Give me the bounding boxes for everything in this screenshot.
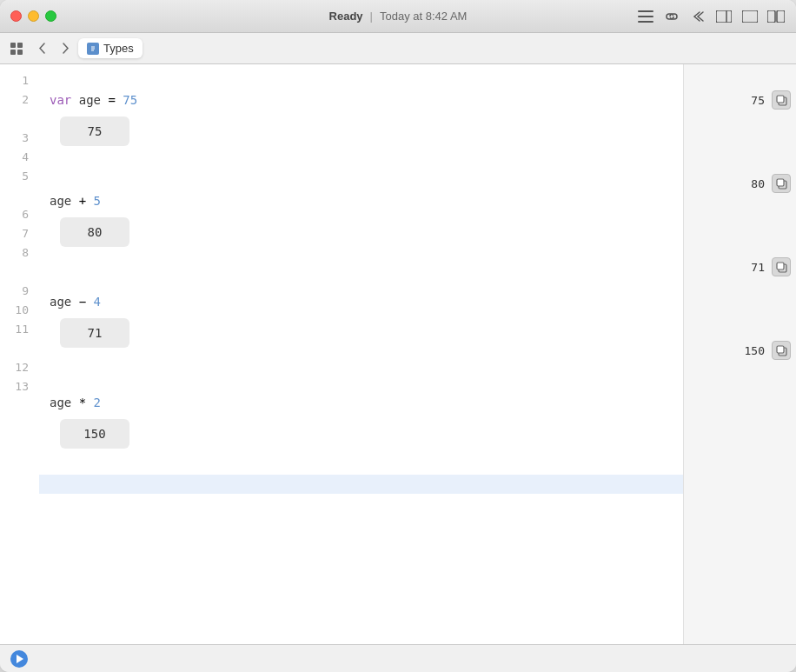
rp-bubble-3	[684, 276, 796, 303]
operator-multiply: *	[79, 393, 86, 412]
line-num-5: 5	[0, 167, 29, 186]
line-num-11: 11	[0, 320, 29, 339]
grid-view-button[interactable]	[7, 39, 26, 58]
svg-rect-10	[10, 50, 16, 55]
lines-icon[interactable]	[636, 7, 655, 26]
svg-rect-19	[777, 179, 784, 186]
run-icon	[17, 655, 23, 663]
line-num-12: 12	[0, 358, 29, 377]
svg-rect-2	[638, 21, 653, 23]
svg-rect-1	[638, 16, 653, 17]
code-line-10	[39, 374, 683, 393]
result-value-80: 80	[751, 177, 765, 190]
rp-line-6	[684, 219, 796, 238]
bubble-row-1: 75	[39, 110, 683, 153]
svg-rect-7	[777, 10, 785, 23]
rp-line-3	[684, 136, 796, 155]
tab-label: Types	[103, 42, 134, 55]
result-bubble-150: 150	[60, 419, 129, 449]
minimize-button[interactable]	[28, 10, 39, 22]
code-content[interactable]: var age = 75 75 age + 5 80	[39, 64, 683, 644]
rp-bubble-1	[684, 110, 796, 136]
value-2: 2	[94, 393, 101, 412]
line-num-6: 6	[0, 205, 29, 224]
close-button[interactable]	[10, 10, 22, 22]
line-num-10: 10	[0, 301, 29, 320]
copy-button-2[interactable]	[772, 174, 791, 193]
ready-status: Ready	[329, 10, 363, 23]
code-line-5: age + 5	[39, 191, 683, 210]
titlebar-time: Today at 8:42 AM	[380, 10, 467, 23]
result-value-75: 75	[751, 94, 765, 107]
code-line-1	[39, 71, 683, 90]
back-icon[interactable]	[688, 7, 707, 26]
main-area: 1 2 3 4 5 6 7 8 9 10 11 12 13	[0, 64, 796, 644]
line-num-bubble-3	[0, 263, 29, 282]
results-panel: 75 80	[683, 64, 796, 644]
code-line-6	[39, 254, 683, 273]
tab-file-icon	[87, 43, 99, 55]
tabbar: Types	[0, 33, 796, 64]
code-line-9	[39, 355, 683, 374]
operator-plus: +	[79, 191, 86, 210]
link-icon[interactable]	[662, 7, 681, 26]
rp-line-4	[684, 155, 796, 174]
multi-panel-icon[interactable]	[766, 7, 786, 26]
copy-button-3[interactable]	[772, 257, 791, 276]
copy-icon-4	[776, 345, 787, 356]
code-line-4	[39, 172, 683, 191]
svg-rect-6	[767, 10, 775, 23]
copy-icon-3	[776, 262, 787, 273]
rp-line-1	[684, 71, 796, 90]
line-num-7: 7	[0, 224, 29, 243]
panel-icon[interactable]	[714, 7, 733, 26]
value-4: 4	[94, 292, 101, 311]
line-num-1: 1	[0, 71, 29, 90]
svg-rect-8	[10, 43, 16, 48]
code-line-12	[39, 456, 683, 475]
svg-rect-17	[777, 96, 784, 103]
svg-rect-23	[777, 346, 784, 353]
result-value-150: 150	[745, 344, 765, 357]
copy-button-4[interactable]	[772, 341, 791, 360]
value-75: 75	[123, 90, 137, 110]
result-bubble-80: 80	[60, 217, 129, 247]
result-bubble-75: 75	[60, 116, 129, 146]
editor-area[interactable]: 1 2 3 4 5 6 7 8 9 10 11 12 13	[0, 64, 683, 644]
line-num-bubble-2	[0, 186, 29, 205]
operator-minus: −	[79, 292, 86, 311]
line-num-8: 8	[0, 243, 29, 263]
bubble-row-2: 80	[39, 210, 683, 254]
code-line-13	[39, 475, 683, 494]
rp-bubble-2	[684, 193, 796, 219]
identifier-age-1: age	[79, 90, 101, 110]
tab-prev-button[interactable]	[33, 39, 52, 58]
line-num-2: 2	[0, 90, 29, 110]
run-button[interactable]	[10, 650, 28, 668]
titlebar-actions	[636, 7, 786, 26]
bubble-row-4: 150	[39, 412, 683, 456]
code-line-7	[39, 273, 683, 292]
titlebar-info: Ready | Today at 8:42 AM	[329, 10, 468, 23]
bubble-row-3: 71	[39, 311, 683, 355]
copy-icon-1	[776, 95, 787, 106]
rp-line-7	[684, 238, 796, 257]
rp-line-9	[684, 303, 796, 322]
code-line-3	[39, 153, 683, 172]
svg-rect-21	[777, 263, 784, 269]
code-line-2: var age = 75	[39, 90, 683, 110]
result-bubble-71: 71	[60, 318, 129, 348]
tab-types[interactable]: Types	[78, 38, 143, 58]
line-num-3: 3	[0, 129, 29, 148]
screen-icon[interactable]	[740, 7, 760, 26]
svg-rect-0	[638, 10, 653, 12]
copy-button-1[interactable]	[772, 90, 791, 110]
svg-rect-11	[17, 50, 23, 55]
rp-line-10	[684, 322, 796, 341]
fullscreen-button[interactable]	[45, 10, 56, 22]
titlebar-divider: |	[370, 10, 373, 23]
svg-rect-9	[17, 43, 23, 48]
svg-rect-3	[716, 10, 732, 23]
identifier-age-4: age	[50, 393, 71, 412]
tab-next-button[interactable]	[56, 39, 75, 58]
